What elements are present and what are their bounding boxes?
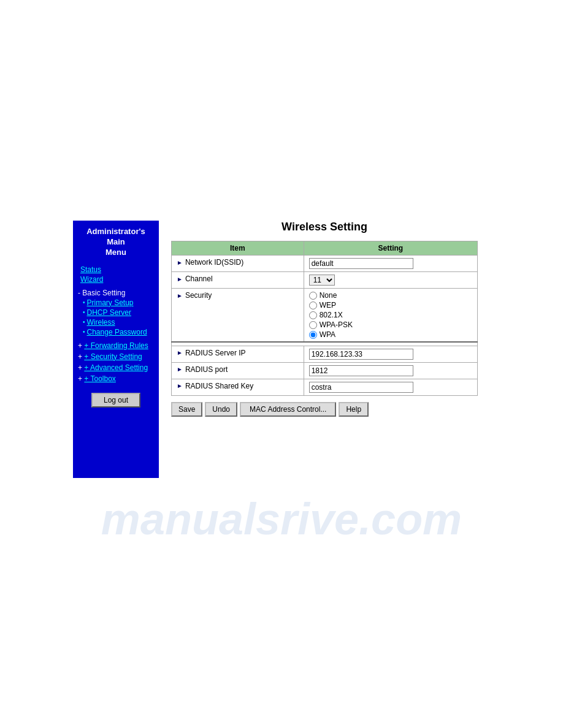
network-id-label: Network ID(SSID): [185, 258, 243, 267]
save-button[interactable]: Save: [171, 402, 202, 417]
col-header-item: Item: [172, 241, 304, 256]
radius-port-label: RADIUS port: [185, 365, 228, 374]
bullet-icon: •: [83, 299, 85, 306]
radio-wpa[interactable]: [309, 331, 317, 339]
dhcp-server-link[interactable]: DHCP Server: [87, 308, 131, 317]
bullet-icon: •: [83, 309, 85, 316]
table-row: ► Channel 11 1234 5678 9101213: [172, 272, 478, 289]
radio-8021x[interactable]: [309, 311, 317, 319]
wireless-link[interactable]: Wireless: [87, 318, 115, 327]
radius-shared-key-label: RADIUS Shared Key: [185, 382, 253, 390]
basic-setting-label: - Basic Setting: [78, 289, 154, 297]
primary-setup-link[interactable]: Primary Setup: [87, 298, 134, 307]
security-label: Security: [185, 291, 212, 300]
arrow-icon: ►: [177, 382, 183, 389]
main-content: Wireless Setting Item Setting ► Netwo: [159, 221, 490, 417]
radius-shared-key-input[interactable]: [309, 382, 413, 393]
radio-wep[interactable]: [309, 301, 317, 309]
security-radio-group: None WEP 802.1X: [309, 291, 472, 339]
table-row: ► RADIUS port: [172, 362, 478, 379]
network-id-input[interactable]: [309, 258, 413, 269]
bullet-icon: •: [83, 328, 85, 335]
sidebar: Administrator's Main Menu Status Wizard …: [73, 221, 159, 478]
radio-wpapsk[interactable]: [309, 321, 317, 329]
arrow-icon: ►: [177, 259, 183, 266]
col-header-setting: Setting: [304, 241, 477, 256]
settings-table: Item Setting ► Network ID(SSID): [171, 241, 478, 396]
radio-wpa-label: WPA: [320, 330, 335, 339]
toolbox-link[interactable]: + + Toolbox: [78, 374, 154, 383]
forwarding-rules-link[interactable]: + + Forwarding Rules: [78, 341, 154, 350]
wizard-link[interactable]: Wizard: [80, 275, 154, 284]
radio-wep-label: WEP: [320, 301, 336, 309]
radio-none-label: None: [320, 291, 337, 300]
help-button[interactable]: Help: [339, 402, 369, 417]
radius-server-ip-label: RADIUS Server IP: [185, 349, 246, 357]
change-password-link[interactable]: Change Password: [87, 328, 147, 336]
advanced-setting-link[interactable]: + + Advanced Setting: [78, 363, 154, 372]
table-row: ► Network ID(SSID): [172, 256, 478, 272]
arrow-icon: ►: [177, 349, 183, 356]
arrow-icon: ►: [177, 366, 183, 373]
radius-server-ip-input[interactable]: [309, 349, 413, 360]
radio-wpapsk-label: WPA-PSK: [320, 320, 353, 329]
button-row: Save Undo MAC Address Control... Help: [171, 402, 478, 417]
undo-button[interactable]: Undo: [205, 402, 237, 417]
page-title: Wireless Setting: [171, 221, 478, 233]
channel-select[interactable]: 11 1234 5678 9101213: [309, 275, 335, 286]
mac-address-control-button[interactable]: MAC Address Control...: [240, 402, 336, 417]
arrow-icon: ►: [177, 292, 183, 299]
sidebar-title: Administrator's Main Menu: [78, 227, 154, 258]
radius-port-input[interactable]: [309, 365, 413, 376]
radio-8021x-label: 802.1X: [320, 311, 343, 319]
bullet-icon: •: [83, 319, 85, 325]
arrow-icon: ►: [177, 276, 183, 282]
status-link[interactable]: Status: [80, 265, 154, 274]
radio-none[interactable]: [309, 292, 317, 300]
table-row: ► RADIUS Server IP: [172, 346, 478, 362]
security-setting-link[interactable]: + + Security Setting: [78, 352, 154, 361]
table-row: ► Security None: [172, 289, 478, 343]
logout-button[interactable]: Log out: [91, 393, 140, 408]
table-row: ► RADIUS Shared Key: [172, 379, 478, 395]
channel-label: Channel: [185, 275, 213, 283]
